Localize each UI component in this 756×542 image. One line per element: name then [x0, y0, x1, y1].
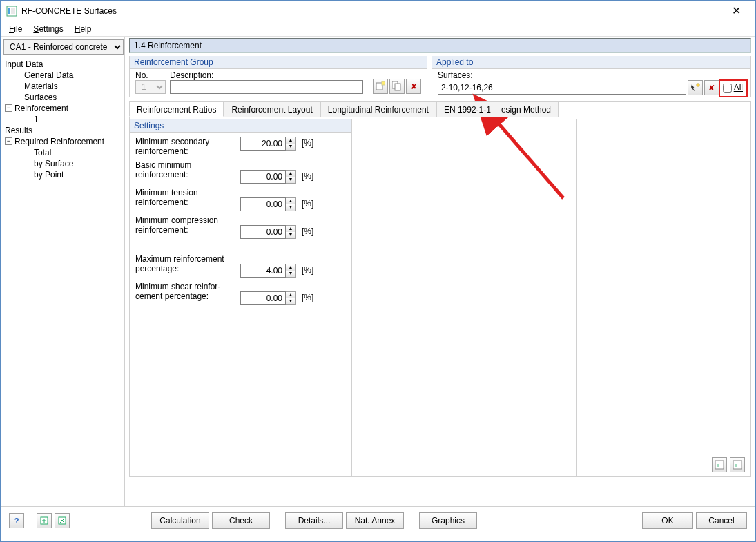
unit-label: [%]	[302, 197, 313, 209]
tree-materials[interactable]: Materials	[5, 81, 123, 92]
tree-results[interactable]: Results	[5, 125, 123, 136]
tab-ratios[interactable]: Reinforcement Ratios	[129, 101, 224, 117]
content-header: 1.4 Reinforcement	[129, 38, 751, 53]
no-label: No.	[135, 70, 166, 80]
svg-text:i: i	[717, 462, 719, 469]
surfaces-label: Surfaces:	[438, 70, 745, 80]
unit-label: [%]	[302, 225, 313, 236]
unit-label: [%]	[302, 264, 313, 275]
collapse-icon[interactable]: −	[5, 137, 12, 145]
no-select[interactable]: 1	[135, 80, 166, 94]
tree-reinf-label: Reinforcement	[14, 104, 68, 113]
basic-min-input[interactable]	[240, 170, 286, 184]
footer: ? Calculation Check Details... Nat. Anne…	[1, 506, 755, 542]
new-group-button[interactable]	[373, 79, 388, 94]
tree-req-reinf[interactable]: − Required Reinforcement	[5, 136, 123, 147]
unit-label: [%]	[302, 170, 313, 181]
svg-text:i: i	[735, 462, 737, 469]
tree-by-surface[interactable]: by Surface	[5, 158, 123, 169]
close-button[interactable]: ✕	[722, 2, 750, 20]
min-compression-input[interactable]	[240, 225, 286, 239]
pick-surfaces-button[interactable]	[688, 80, 703, 95]
min-compression-label: Minimum compressionreinforcement:	[135, 215, 238, 235]
svg-point-7	[697, 84, 699, 86]
settings-panel: Settings Minimum secondary reinforcement…	[130, 119, 352, 476]
tab-longitudinal[interactable]: Longitudinal Reinforcement	[320, 101, 436, 117]
svg-rect-11	[733, 461, 742, 469]
app-icon	[6, 6, 17, 17]
group-reinforcement: Reinforcement Group No. 1 Description: ✘	[129, 56, 427, 97]
export-button-1[interactable]	[37, 513, 52, 528]
right-panel: i i	[581, 119, 750, 476]
calculation-button[interactable]: Calculation	[151, 512, 209, 529]
window-title: RF-CONCRETE Surfaces	[21, 6, 722, 16]
svg-rect-4	[382, 81, 385, 85]
menu-file[interactable]: File	[3, 23, 28, 35]
unit-label: [%]	[302, 137, 313, 148]
svg-rect-2	[11, 8, 15, 14]
description-input[interactable]	[170, 80, 363, 94]
group-reinf-legend: Reinforcement Group	[130, 56, 427, 69]
delete-group-button[interactable]: ✘	[406, 79, 421, 94]
tabstrip: Reinforcement Ratios Reinforcement Layou…	[129, 101, 559, 117]
svg-rect-1	[8, 8, 10, 14]
tab-layout[interactable]: Reinforcement Layout	[224, 101, 320, 117]
ok-button[interactable]: OK	[642, 512, 693, 529]
tree-reqreinf-label: Required Reinforcement	[14, 137, 104, 146]
desc-label: Description:	[170, 70, 369, 80]
svg-rect-9	[715, 461, 724, 469]
tree-reinforcement[interactable]: − Reinforcement	[5, 103, 123, 114]
spinner[interactable]: ▲▼	[286, 225, 296, 239]
tree-reinf-1[interactable]: 1	[5, 114, 123, 125]
help-button[interactable]: ?	[9, 513, 24, 528]
check-button[interactable]: Check	[212, 512, 270, 529]
highlight-all-checkbox	[719, 79, 748, 97]
tree-general-data[interactable]: General Data	[5, 70, 123, 81]
tab-en1992[interactable]: EN 1992-1-1	[436, 101, 498, 117]
info-button-2[interactable]: i	[730, 457, 745, 472]
tree: Input Data General Data Materials Surfac…	[2, 57, 123, 180]
spinner[interactable]: ▲▼	[286, 264, 296, 278]
spinner[interactable]: ▲▼	[286, 291, 296, 305]
basic-min-label: Basic minimumreinforcement:	[135, 160, 238, 180]
min-tension-label: Minimum tensionreinforcement:	[135, 188, 238, 207]
max-reinf-label: Maximum reinforcementpercentage:	[135, 254, 238, 273]
tree-by-point[interactable]: by Point	[5, 169, 123, 180]
settings-header: Settings	[130, 119, 351, 133]
menubar: File Settings Help	[1, 21, 755, 37]
info-button-1[interactable]: i	[712, 457, 727, 472]
tree-input-data[interactable]: Input Data	[5, 59, 123, 70]
sidebar: CA1 - Reinforced concrete desi Input Dat…	[1, 37, 125, 506]
unit-label: [%]	[302, 291, 313, 302]
copy-group-button[interactable]	[389, 79, 405, 94]
menu-settings[interactable]: Settings	[28, 23, 68, 35]
svg-rect-6	[395, 84, 400, 90]
min-shear-label: Minimum shear reinfor-cement percentage:	[135, 282, 238, 301]
mid-panel	[356, 119, 577, 476]
tab-design-method[interactable]: esign Method	[498, 101, 559, 117]
min-secondary-label: Minimum secondary reinforcement:	[135, 137, 238, 156]
min-shear-input[interactable]	[240, 291, 286, 305]
spinner[interactable]: ▲▼	[286, 170, 296, 184]
export-button-2[interactable]	[55, 513, 70, 528]
max-reinf-input[interactable]	[240, 264, 286, 278]
titlebar: RF-CONCRETE Surfaces ✕	[1, 1, 755, 21]
case-select[interactable]: CA1 - Reinforced concrete desi	[3, 39, 124, 55]
content: 1.4 Reinforcement Reinforcement Group No…	[125, 37, 755, 506]
min-tension-input[interactable]	[240, 197, 286, 211]
tree-total[interactable]: Total	[5, 147, 123, 158]
tree-surfaces[interactable]: Surfaces	[5, 92, 123, 103]
graphics-button[interactable]: Graphics	[419, 512, 477, 529]
spinner[interactable]: ▲▼	[286, 137, 296, 151]
cancel-button[interactable]: Cancel	[696, 512, 747, 529]
min-secondary-input[interactable]	[240, 137, 286, 151]
menu-help[interactable]: Help	[69, 23, 97, 35]
clear-surfaces-button[interactable]: ✘	[704, 80, 719, 95]
nat-annex-button[interactable]: Nat. Annex	[346, 512, 404, 529]
spinner[interactable]: ▲▼	[286, 197, 296, 211]
details-button[interactable]: Details...	[285, 512, 343, 529]
collapse-icon[interactable]: −	[5, 104, 12, 112]
tabs-panel: Reinforcement Ratios Reinforcement Layou…	[129, 101, 751, 477]
group-applied-legend: Applied to	[432, 56, 750, 69]
